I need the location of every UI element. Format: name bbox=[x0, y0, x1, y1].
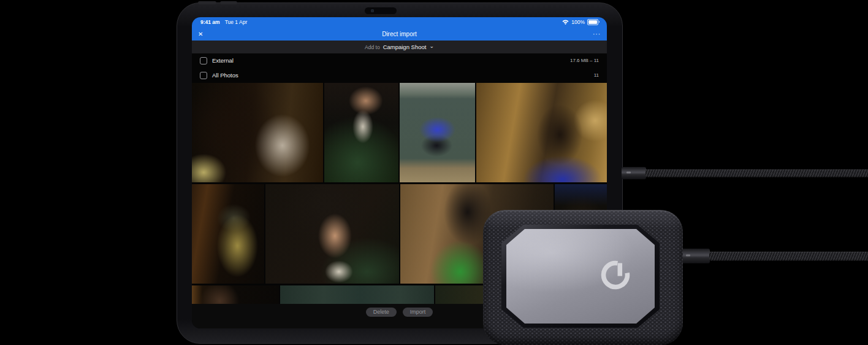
delete-button[interactable]: Delete bbox=[366, 308, 397, 317]
sensor-dot bbox=[416, 9, 419, 12]
photo-thumbnail[interactable] bbox=[192, 184, 264, 284]
import-button[interactable]: Import bbox=[403, 308, 433, 317]
source-label: External bbox=[212, 57, 570, 64]
battery-icon bbox=[587, 19, 598, 25]
g-drive-logo-icon bbox=[599, 258, 632, 292]
photo-thumbnail[interactable] bbox=[280, 285, 434, 304]
status-time: 9:41 am bbox=[200, 19, 220, 25]
checkbox-all-photos[interactable] bbox=[200, 72, 207, 79]
battery-percent: 100% bbox=[571, 19, 585, 25]
volume-button bbox=[220, 1, 237, 4]
braided-cable bbox=[645, 169, 868, 177]
status-date: Tue 1 Apr bbox=[225, 19, 248, 25]
source-label: All Photos bbox=[212, 72, 594, 79]
page-title: Direct import bbox=[382, 31, 417, 37]
checkbox-external[interactable] bbox=[200, 57, 207, 64]
photo-thumbnail[interactable] bbox=[192, 83, 323, 182]
add-to-bar: Add to Campaign Shoot ⌄ bbox=[192, 41, 607, 53]
close-icon[interactable]: ✕ bbox=[198, 27, 203, 41]
scene: { "scene": { "description": "iPad in lan… bbox=[0, 0, 868, 345]
album-selector[interactable]: Campaign Shoot bbox=[383, 44, 427, 50]
connector-logo-mark bbox=[626, 172, 631, 174]
braided-cable bbox=[709, 252, 868, 261]
more-options-icon[interactable]: ··· bbox=[593, 27, 601, 41]
front-camera-housing bbox=[365, 7, 397, 14]
external-ssd-drive: G bbox=[483, 210, 683, 345]
source-meta: 17.6 MB – 11 bbox=[570, 58, 599, 63]
add-to-label: Add to bbox=[365, 44, 380, 50]
photo-thumbnail[interactable] bbox=[192, 285, 279, 304]
usb-c-connector bbox=[622, 167, 646, 179]
wifi-icon bbox=[562, 20, 569, 25]
front-camera-icon bbox=[371, 9, 374, 12]
usb-c-connector bbox=[681, 249, 710, 263]
photo-thumbnail[interactable] bbox=[476, 83, 607, 182]
volume-button bbox=[198, 1, 216, 4]
photo-thumbnail[interactable] bbox=[265, 184, 399, 284]
status-bar: 9:41 am Tue 1 Apr 100% bbox=[192, 17, 607, 27]
source-row-all-photos[interactable]: All Photos 11 bbox=[192, 69, 607, 81]
app-header: ✕ Direct import ··· bbox=[192, 27, 607, 41]
photo-thumbnail[interactable] bbox=[400, 83, 475, 182]
photo-thumbnail[interactable] bbox=[324, 83, 398, 182]
connector-logo-mark bbox=[686, 254, 690, 256]
source-row-external[interactable]: External 17.6 MB – 11 bbox=[192, 55, 607, 66]
drive-metal-plate bbox=[506, 229, 655, 324]
chevron-down-icon[interactable]: ⌄ bbox=[429, 43, 434, 49]
source-meta: 11 bbox=[594, 72, 599, 78]
